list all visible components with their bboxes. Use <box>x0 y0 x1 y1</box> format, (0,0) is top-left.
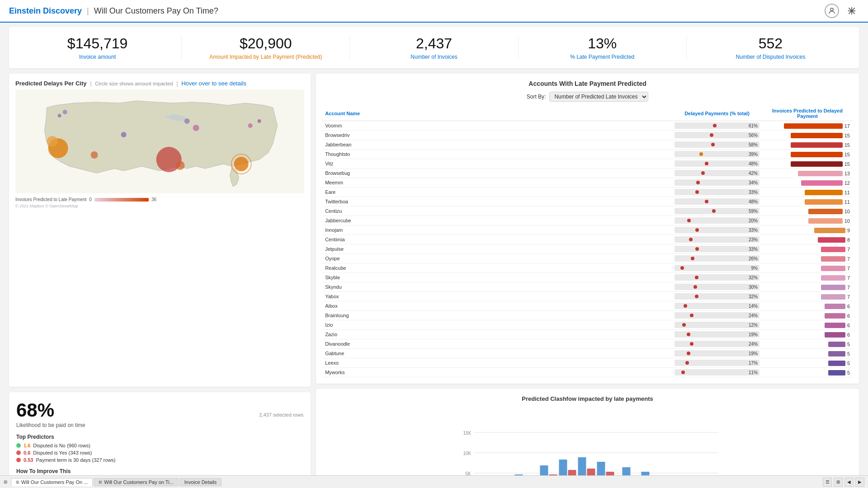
invoice-bar <box>828 370 845 375</box>
pred-text-2: Disputed is Yes (343 rows) <box>33 450 92 455</box>
invoice-count-cell: 11 <box>762 188 853 197</box>
delayed-pct-cell: 33% <box>672 244 762 254</box>
delayed-dot <box>695 228 699 232</box>
delayed-pct-label: 19% <box>749 351 758 356</box>
delayed-dot <box>710 133 713 137</box>
map-subtitle: Circle size shows amount impacted <box>95 81 173 86</box>
map-hover-link[interactable]: Hover over to see details <box>181 80 246 87</box>
invoice-count: 15 <box>844 161 850 167</box>
tab-2[interactable]: ⊞ Will Our Customers Pay on Ti... <box>94 478 178 486</box>
invoice-count: 6 <box>847 332 850 338</box>
delayed-pct-label: 56% <box>749 133 758 138</box>
delayed-pct-cell: 48% <box>672 159 762 169</box>
predict-desc: Likelihood to be paid on time <box>16 422 303 428</box>
city-dot-boston <box>258 119 261 123</box>
nav-list-btn[interactable]: ☰ <box>823 478 832 487</box>
kpi-value-impacted: $20,900 <box>182 35 349 52</box>
city-dot-phoenix <box>91 151 98 159</box>
invoice-count: 17 <box>844 123 850 129</box>
table-row: Izio12%6 <box>322 320 853 330</box>
map-legend: Invoices Predicted to Late Payment 0 36 <box>15 197 304 202</box>
col-invoices: Invoices Predicted to Delayed Payment <box>762 106 853 121</box>
delayed-pct-cell: 30% <box>672 282 762 292</box>
accounts-panel: Accounts With Late Payment Predicted Sor… <box>316 74 859 384</box>
delayed-pct-label: 42% <box>749 171 758 176</box>
invoice-count: 7 <box>847 256 850 262</box>
invoice-count-cell: 11 <box>762 197 853 206</box>
delayed-dot <box>696 181 700 184</box>
delayed-pct-label: 26% <box>749 256 758 261</box>
invoice-count-cell: 15 <box>762 159 853 169</box>
invoice-count: 15 <box>844 142 850 148</box>
nav-forward-btn[interactable]: ▶ <box>855 478 864 487</box>
table-row: Gabtune19%5 <box>322 349 853 358</box>
col-account: Account Name <box>322 106 672 121</box>
table-row: Skyble32%7 <box>322 273 853 282</box>
sort-select[interactable]: Number of Predicted Late Invoices <box>549 92 648 102</box>
delayed-pct-label: 59% <box>749 209 758 214</box>
delayed-dot <box>695 276 698 279</box>
invoice-count-cell: 7 <box>762 282 853 292</box>
cashflow-title: Predicted Clashfow impacted by late paym… <box>322 395 853 402</box>
delayed-dot <box>687 333 690 336</box>
predictor-1: 1.6 Disputed is No (960 rows) <box>16 443 303 448</box>
city-dot-houston <box>176 161 185 170</box>
settings-icon[interactable] <box>844 4 859 18</box>
pred-dot-positive-1 <box>16 443 21 448</box>
tab-1[interactable]: ⊞ Will Our Customers Pay On ... <box>11 478 93 486</box>
delayed-pct-cell: 58% <box>672 140 762 150</box>
user-icon[interactable] <box>825 4 839 18</box>
invoice-count-cell: 5 <box>762 339 853 349</box>
invoice-count: 6 <box>847 313 850 319</box>
delayed-pct-label: 61% <box>749 123 758 128</box>
kpi-late-pct: 13% % Late Payment Predicted <box>519 35 687 60</box>
nav-back-btn[interactable]: ◀ <box>844 478 854 487</box>
svg-text:10K: 10K <box>463 451 472 456</box>
delayed-dot <box>705 162 708 165</box>
invoice-count: 7 <box>847 285 850 290</box>
invoice-bar <box>818 237 845 243</box>
delayed-pct-label: 12% <box>749 323 758 328</box>
invoice-count: 15 <box>844 133 850 138</box>
table-row: Browsebug42%13 <box>322 169 853 178</box>
invoice-count-cell: 10 <box>762 216 853 225</box>
kpi-value-disputed: 552 <box>687 35 854 52</box>
cashflow-panel: Predicted Clashfow impacted by late paym… <box>316 389 859 488</box>
invoice-count: 5 <box>847 370 850 375</box>
invoice-count: 5 <box>847 351 850 357</box>
table-row: Voomm61%17 <box>322 121 853 131</box>
delayed-pct-cell: 17% <box>672 358 762 368</box>
invoice-count-cell: 12 <box>762 178 853 188</box>
kpi-value-invoice: $145,719 <box>14 35 181 52</box>
invoice-bar <box>825 313 845 319</box>
invoice-count-cell: 9 <box>762 225 853 235</box>
tab-3[interactable]: Invoice Details <box>179 478 222 486</box>
account-name-cell: Centizu <box>322 206 672 216</box>
invoice-bar <box>821 275 845 281</box>
account-name-cell: Voomm <box>322 121 672 131</box>
invoice-bar <box>814 228 845 233</box>
table-row: Thoughtsto39%15 <box>322 150 853 159</box>
delayed-dot <box>713 124 717 127</box>
account-name-cell: Vitz <box>322 159 672 169</box>
us-map-svg <box>15 89 304 193</box>
invoice-bar <box>821 266 845 271</box>
city-dot-minneapolis <box>184 118 190 124</box>
invoice-count-cell: 7 <box>762 244 853 254</box>
delayed-pct-cell: 14% <box>672 301 762 311</box>
kpi-impacted: $20,900 Amount Impacted by Late Payment … <box>182 35 350 60</box>
delayed-pct-label: 33% <box>749 190 758 195</box>
delayed-pct-label: 48% <box>749 199 758 204</box>
table-row: Leexo17%5 <box>322 358 853 368</box>
delayed-pct-label: 11% <box>749 370 758 375</box>
invoice-bar <box>801 180 843 186</box>
invoice-bar <box>808 218 843 224</box>
table-row: Centimia23%8 <box>322 235 853 244</box>
table-row: Aibox14%6 <box>322 301 853 311</box>
delayed-pct-cell: 26% <box>672 254 762 263</box>
invoice-count: 6 <box>847 304 850 309</box>
brand-name: Einstein Discovery <box>9 6 82 15</box>
nav-grid-btn[interactable]: ⊞ <box>834 478 843 487</box>
account-name-cell: Eare <box>322 188 672 197</box>
svg-text:15K: 15K <box>463 431 472 436</box>
